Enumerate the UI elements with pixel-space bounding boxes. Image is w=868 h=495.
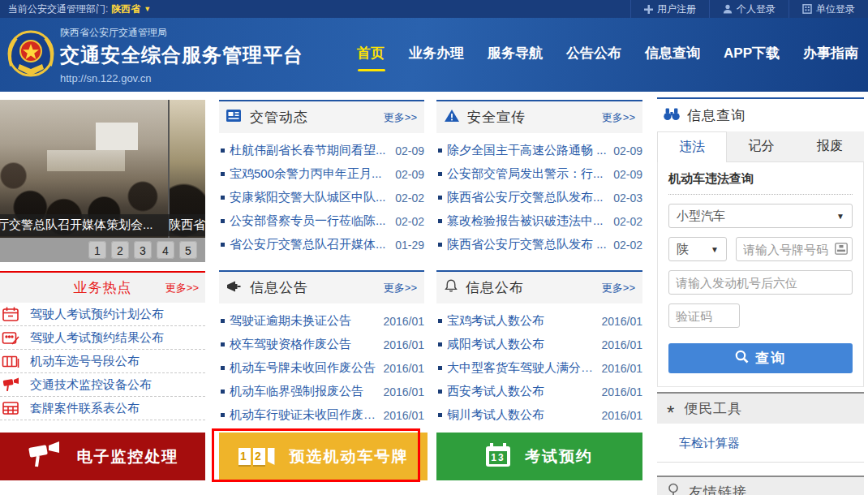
info-notice-more-link[interactable]: 更多>> — [384, 281, 417, 295]
news-date: 02-02 — [395, 215, 424, 228]
tab-violation[interactable]: 违法 — [657, 131, 727, 162]
nav-announcements[interactable]: 公告公布 — [566, 44, 621, 71]
nav-app-download[interactable]: APP下载 — [724, 44, 780, 71]
news-row[interactable]: 公安部交管局发出警示：行...02-09 — [436, 162, 642, 186]
traffic-news-more-link[interactable]: 更多>> — [384, 110, 417, 125]
news-link[interactable]: 西安考试人数公布 — [447, 384, 597, 399]
tab-scrap[interactable]: 报废 — [796, 131, 864, 162]
keyboard-icon[interactable] — [835, 243, 848, 258]
pager-button-2[interactable]: 2 — [111, 241, 129, 259]
news-link[interactable]: 驾驶证逾期未换证公告 — [230, 313, 379, 329]
site-url: http://sn.122.gov.cn — [60, 72, 303, 84]
warning-icon — [444, 109, 460, 126]
news-row[interactable]: 公安部督察专员一行莅临陈...02-02 — [219, 209, 424, 233]
news-row[interactable]: 杜航伟副省长春节期间看望...02-09 — [219, 139, 424, 162]
news-row[interactable]: 篡改检验报告被识破违法中...02-02 — [436, 209, 642, 233]
hot-item-exam-result[interactable]: 驾驶人考试预约结果公布 — [0, 326, 205, 350]
vehicle-inspection-calculator-link[interactable]: 车检计算器 — [657, 424, 864, 463]
info-query-header: 信息查询 — [657, 99, 864, 131]
nav-service-guide[interactable]: 服务导航 — [488, 44, 543, 71]
province-select[interactable]: 陕 ▼ — [668, 237, 727, 261]
pager-button-4[interactable]: 4 — [157, 241, 174, 259]
exam-booking-banner[interactable]: 13 考试预约 — [436, 433, 642, 480]
nav-handbook[interactable]: 办事指南 — [803, 44, 858, 71]
nav-home[interactable]: 首页 — [357, 44, 385, 71]
hot-item-fake-plate-cases[interactable]: 套牌案件联系表公布 — [0, 397, 205, 420]
news-row[interactable]: 陕西省公安厅交警总队发布...02-03 — [436, 186, 642, 209]
safety-more-link[interactable]: 更多>> — [602, 110, 635, 125]
news-row[interactable]: 除夕全国主干高速公路通畅 ...02-09 — [436, 139, 642, 162]
news-link[interactable]: 宝鸡500余警力丙申年正月... — [230, 166, 391, 182]
news-row[interactable]: 机动车临界强制报废公告2016/01 — [219, 380, 424, 403]
current-department[interactable]: 当前公安交通管理部门: 陕西省 ▼ — [0, 2, 151, 16]
news-link[interactable]: 陕西省公安厅交警总队发布 ... — [447, 237, 609, 252]
news-link[interactable]: 篡改检验报告被识破违法中... — [447, 213, 609, 229]
chevron-down-icon: ▼ — [836, 212, 844, 221]
news-row[interactable]: 校车驾驶资格作废公告2016/01 — [219, 333, 424, 356]
plate-preselect-banner[interactable]: 1 2 预选机动车号牌 — [219, 433, 428, 480]
table-icon — [0, 400, 21, 416]
region-name[interactable]: 陕西省 — [111, 2, 140, 16]
pager-button-3[interactable]: 3 — [134, 241, 152, 259]
news-row[interactable]: 宝鸡考试人数公布2016/01 — [436, 309, 642, 333]
captcha-input[interactable] — [668, 303, 740, 328]
news-link[interactable]: 咸阳考试人数公布 — [447, 337, 597, 352]
tab-points[interactable]: 记分 — [727, 131, 795, 162]
hot-item-plate-segments[interactable]: 机动车选号号段公布 — [0, 350, 205, 373]
friend-links-header: 友情链接 — [657, 477, 864, 495]
hot-item-monitor-devices[interactable]: 交通技术监控设备公布 — [0, 373, 205, 397]
news-link[interactable]: 省公安厅交警总队召开媒体... — [230, 237, 391, 252]
news-date: 2016/01 — [383, 338, 424, 351]
unit-login-link[interactable]: 单位登录 — [789, 0, 868, 18]
top-bar: 当前公安交通管理部门: 陕西省 ▼ 用户注册 个人登录 单位登录 — [0, 0, 868, 18]
personal-login-link[interactable]: 个人登录 — [709, 0, 789, 18]
vehicle-type-select[interactable]: 小型汽车 ▼ — [668, 204, 853, 228]
traffic-news-header: 交管动态 更多>> — [219, 101, 424, 133]
news-row[interactable]: 机动车行驶证未收回作废公告2016/01 — [219, 403, 424, 427]
bullet-icon — [438, 342, 442, 346]
traffic-news-section: 交管动态 更多>> 杜航伟副省长春节期间看望...02-09 宝鸡500余警力丙… — [219, 100, 424, 256]
hot-item-exam-plan[interactable]: 驾驶人考试预约计划公布 — [0, 303, 205, 326]
news-link[interactable]: 校车驾驶资格作废公告 — [230, 337, 379, 352]
info-publish-more-link[interactable]: 更多>> — [602, 281, 635, 295]
news-row[interactable]: 省公安厅交警总队召开媒体...01-29 — [219, 233, 424, 256]
news-link[interactable]: 大中型客货车驾驶人满分公布 — [447, 360, 597, 376]
plate-preselect-label: 预选机动车号牌 — [290, 446, 409, 467]
news-link[interactable]: 铜川考试人数公布 — [447, 407, 597, 423]
pager-button-1[interactable]: 1 — [88, 241, 106, 259]
news-row[interactable]: 西安考试人数公布2016/01 — [436, 380, 642, 403]
binoculars-icon — [664, 107, 680, 124]
news-carousel[interactable]: 厅交警总队召开媒体策划会... 陕西省 — [0, 100, 205, 238]
e-monitoring-banner[interactable]: 电子监控处理 — [0, 433, 205, 480]
news-link[interactable]: 除夕全国主干高速公路通畅 ... — [447, 143, 609, 158]
news-link[interactable]: 陕西省公安厅交警总队发布... — [447, 190, 609, 205]
news-link[interactable]: 机动车临界强制报废公告 — [230, 384, 379, 399]
safety-header: 安全宣传 更多>> — [436, 101, 642, 133]
news-row[interactable]: 大中型客货车驾驶人满分公布2016/01 — [436, 356, 642, 380]
news-row[interactable]: 咸阳考试人数公布2016/01 — [436, 333, 642, 356]
nav-info-query[interactable]: 信息查询 — [645, 44, 700, 71]
camera-icon — [27, 439, 62, 474]
traffic-news-title: 交管动态 — [250, 108, 376, 127]
news-link[interactable]: 机动车号牌未收回作废公告 — [230, 360, 379, 376]
nav-business[interactable]: 业务办理 — [409, 44, 464, 71]
news-link[interactable]: 公安部督察专员一行莅临陈... — [230, 213, 391, 229]
hot-business-more-link[interactable]: 更多>> — [165, 281, 205, 295]
news-row[interactable]: 机动车号牌未收回作废公告2016/01 — [219, 356, 424, 380]
news-row[interactable]: 驾驶证逾期未换证公告2016/01 — [219, 309, 424, 333]
news-link[interactable]: 公安部交管局发出警示：行... — [447, 166, 609, 182]
news-link[interactable]: 杜航伟副省长春节期间看望... — [230, 143, 391, 158]
news-row[interactable]: 安康紫阳交警大队城区中队...02-02 — [219, 186, 424, 209]
news-row[interactable]: 铜川考试人数公布2016/01 — [436, 403, 642, 427]
news-link[interactable]: 机动车行驶证未收回作废公告 — [230, 407, 379, 423]
query-submit-button[interactable]: 查询 — [668, 343, 853, 373]
news-row[interactable]: 陕西省公安厅交警总队发布 ...02-02 — [436, 233, 642, 256]
news-link[interactable]: 安康紫阳交警大队城区中队... — [230, 190, 391, 205]
convenience-tools-title: 便民工具 — [684, 399, 742, 418]
pager-button-5[interactable]: 5 — [179, 241, 197, 259]
news-link[interactable]: 宝鸡考试人数公布 — [447, 313, 597, 329]
hot-item-label: 驾驶人考试预约结果公布 — [30, 330, 164, 346]
register-link[interactable]: 用户注册 — [630, 0, 709, 18]
engine-number-input[interactable] — [668, 270, 853, 295]
news-row[interactable]: 宝鸡500余警力丙申年正月...02-09 — [219, 162, 424, 186]
